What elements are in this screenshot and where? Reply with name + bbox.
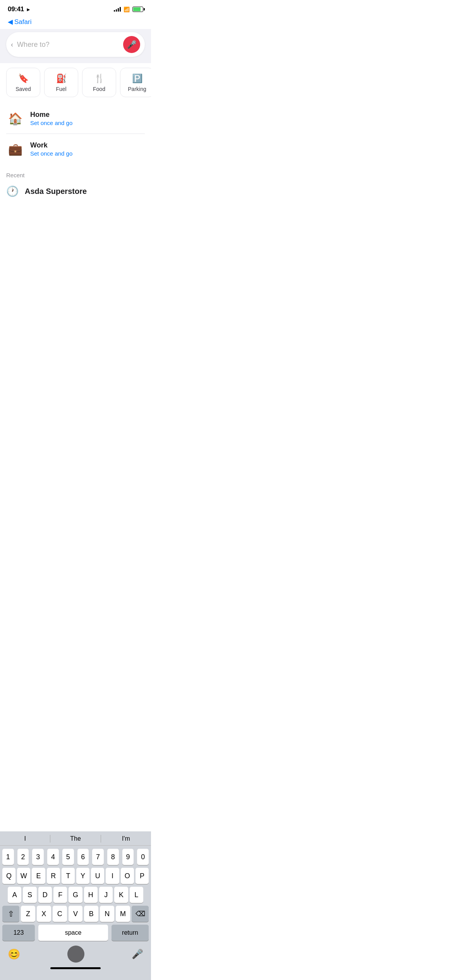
category-saved-icon: 🔖: [18, 74, 29, 84]
safari-back-label: Safari: [14, 18, 31, 26]
destination-work-sub: Set once and go: [30, 150, 72, 157]
destinations-list: 🏠 Home Set once and go 💼 Work Set once a…: [0, 103, 151, 164]
safari-back-button[interactable]: ◀ Safari: [8, 18, 143, 26]
category-parking[interactable]: 🅿️ Parking: [120, 68, 151, 97]
recent-section: Recent 🕐 Asda Superstore: [0, 164, 151, 203]
category-food-icon: 🍴: [94, 74, 105, 84]
recent-label: Recent: [6, 172, 145, 178]
location-icon: ►: [26, 7, 31, 12]
destination-home-info: Home Set once and go: [30, 111, 72, 126]
recent-asda-name: Asda Superstore: [25, 187, 87, 196]
back-chevron-icon: ◀: [8, 18, 13, 26]
destination-work-name: Work: [30, 141, 72, 149]
recent-item-asda[interactable]: 🕐 Asda Superstore: [6, 180, 145, 199]
category-fuel-label: Fuel: [56, 86, 66, 92]
category-fuel[interactable]: ⛽ Fuel: [44, 68, 78, 97]
battery-fill: [133, 7, 141, 11]
status-time: 09:41 ►: [8, 5, 31, 13]
mic-button[interactable]: 🎤: [123, 36, 140, 53]
search-container: ‹ Where to? 🎤: [0, 29, 151, 63]
category-saved[interactable]: 🔖 Saved: [6, 68, 40, 97]
destination-home[interactable]: 🏠 Home Set once and go: [6, 103, 145, 134]
search-input[interactable]: Where to?: [17, 41, 119, 49]
destination-work[interactable]: 💼 Work Set once and go: [6, 134, 145, 164]
category-food[interactable]: 🍴 Food: [82, 68, 116, 97]
category-fuel-icon: ⛽: [56, 74, 67, 84]
time-label: 09:41: [8, 5, 24, 13]
destination-home-name: Home: [30, 111, 72, 119]
categories-row: 🔖 Saved ⛽ Fuel 🍴 Food 🅿️ Parking: [0, 63, 151, 103]
destination-home-sub: Set once and go: [30, 120, 72, 126]
recent-items: 🕐 Asda Superstore: [6, 180, 145, 199]
status-bar: 09:41 ► 📶: [0, 0, 151, 16]
battery-icon: [132, 7, 143, 12]
category-food-label: Food: [93, 86, 105, 92]
search-bar[interactable]: ‹ Where to? 🎤: [6, 32, 145, 57]
microphone-icon: 🎤: [127, 40, 137, 49]
destination-home-icon: 🏠: [6, 110, 24, 127]
category-parking-label: Parking: [128, 86, 146, 92]
search-back-icon[interactable]: ‹: [11, 41, 13, 49]
category-saved-label: Saved: [15, 86, 31, 92]
safari-back-area: ◀ Safari: [0, 16, 151, 29]
destination-work-icon: 💼: [6, 140, 24, 158]
category-parking-icon: 🅿️: [132, 74, 142, 84]
signal-icon: [114, 7, 121, 12]
recent-asda-icon: 🕐: [6, 185, 19, 197]
wifi-icon: 📶: [124, 7, 130, 12]
destination-work-info: Work Set once and go: [30, 141, 72, 157]
status-right-icons: 📶: [114, 7, 143, 12]
